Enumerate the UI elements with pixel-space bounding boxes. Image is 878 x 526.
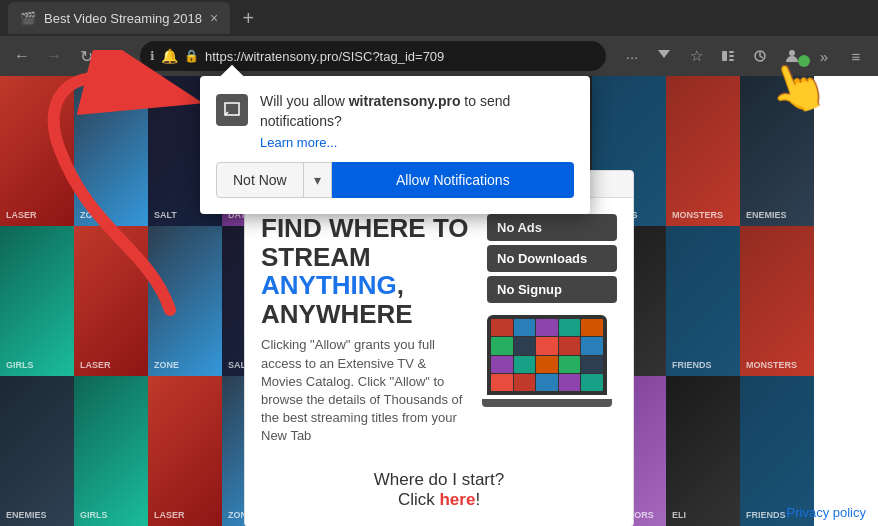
toolbar-icons: ··· ☆ » ≡ xyxy=(618,42,870,70)
popup-message: Will you allow witratensony.pro to send … xyxy=(260,92,574,150)
allow-notifications-button[interactable]: Allow Notifications xyxy=(332,162,574,198)
movie-poster: MONSTERS xyxy=(666,76,740,226)
laptop-base xyxy=(482,399,612,407)
popup-header: Will you allow witratensony.pro to send … xyxy=(216,92,574,150)
laptop-screen-cell xyxy=(491,356,513,373)
close-tab-button[interactable]: × xyxy=(210,10,218,26)
movie-poster: ENEMIES xyxy=(0,376,74,526)
laptop-screen-cell xyxy=(581,356,603,373)
tab-title: Best Video Streaming 2018 xyxy=(44,11,202,26)
svg-rect-2 xyxy=(729,55,734,57)
wm-click-here: Click here! xyxy=(261,490,617,510)
laptop-screen-cell xyxy=(491,319,513,336)
laptop-screen-cell xyxy=(536,319,558,336)
pocket-button[interactable] xyxy=(650,42,678,70)
movie-poster: FRIENDS xyxy=(740,376,814,526)
svg-rect-1 xyxy=(729,51,734,53)
wm-question: Where do I start? xyxy=(261,470,617,490)
no-downloads-badge: No Downloads xyxy=(487,245,617,272)
tab-bar: 🎬 Best Video Streaming 2018 × + xyxy=(0,0,878,36)
more-options-button[interactable]: ··· xyxy=(618,42,646,70)
dropdown-arrow-icon[interactable]: ▾ xyxy=(304,163,331,197)
laptop-graphic xyxy=(487,315,607,395)
movie-poster: GIRLS xyxy=(74,376,148,526)
laptop-screen-cell xyxy=(536,337,558,354)
website-message-body: FIND WHERE TO STREAM ANYTHING, ANYWHERE … xyxy=(245,198,633,462)
privacy-policy-link[interactable]: Privacy policy xyxy=(787,505,866,520)
popup-domain: witratensony.pro xyxy=(349,93,461,109)
laptop-screen-cell xyxy=(491,337,513,354)
learn-more-link[interactable]: Learn more... xyxy=(260,135,574,150)
not-now-button[interactable]: Not Now ▾ xyxy=(216,162,332,198)
reader-view-button[interactable] xyxy=(714,42,742,70)
svg-point-5 xyxy=(789,50,795,56)
laptop-screen-cell xyxy=(536,374,558,391)
movie-poster: MONSTERS xyxy=(740,226,814,376)
movie-poster: LASER xyxy=(148,376,222,526)
laptop-screen-cell xyxy=(559,319,581,336)
popup-text: Will you allow witratensony.pro to send … xyxy=(260,92,574,131)
wm-bottom: Where do I start? Click here! xyxy=(245,462,633,526)
laptop-screen-cell xyxy=(559,356,581,373)
laptop-screen-cell xyxy=(581,337,603,354)
laptop-screen-cell xyxy=(559,374,581,391)
wm-title-blue: ANYTHING xyxy=(261,270,397,300)
wm-description: Clicking "Allow" grants you full access … xyxy=(261,336,471,445)
laptop-screen-cell xyxy=(536,356,558,373)
wm-here-link[interactable]: here xyxy=(439,490,475,509)
url-text: https://witratensony.pro/SISC?tag_id=709 xyxy=(205,49,596,64)
laptop-screen-cell xyxy=(559,337,581,354)
popup-question-start: Will you allow xyxy=(260,93,349,109)
wm-title-line1: FIND WHERE TO STREAM xyxy=(261,213,469,272)
movie-poster: ELI xyxy=(666,376,740,526)
laptop-screen-cell xyxy=(581,374,603,391)
website-message-box: Website Message FIND WHERE TO STREAM ANY… xyxy=(244,170,634,526)
popup-chat-icon xyxy=(216,94,248,126)
laptop-screen xyxy=(487,315,607,395)
no-ads-badge: No Ads xyxy=(487,214,617,241)
movie-poster: FRIENDS xyxy=(666,226,740,376)
active-tab[interactable]: 🎬 Best Video Streaming 2018 × xyxy=(8,2,230,34)
laptop-screen-cell xyxy=(514,356,536,373)
laptop-screen-cell xyxy=(514,319,536,336)
not-now-label: Not Now xyxy=(217,163,304,197)
popup-actions: Not Now ▾ Allow Notifications xyxy=(216,162,574,198)
svg-rect-0 xyxy=(722,51,727,61)
bookmark-button[interactable]: ☆ xyxy=(682,42,710,70)
red-arrow-graphic xyxy=(10,50,210,330)
green-dot-indicator xyxy=(798,55,810,67)
laptop-screen-cell xyxy=(514,337,536,354)
laptop-screen-cell xyxy=(491,374,513,391)
wm-left-panel: FIND WHERE TO STREAM ANYTHING, ANYWHERE … xyxy=(261,214,471,446)
no-signup-badge: No Signup xyxy=(487,276,617,303)
wm-title: FIND WHERE TO STREAM ANYTHING, ANYWHERE xyxy=(261,214,471,328)
menu-button[interactable]: ≡ xyxy=(842,42,870,70)
laptop-screen-cell xyxy=(514,374,536,391)
new-tab-button[interactable]: + xyxy=(234,4,262,32)
svg-rect-3 xyxy=(729,59,734,61)
notification-popup: Will you allow witratensony.pro to send … xyxy=(200,76,590,214)
laptop-screen-cell xyxy=(581,319,603,336)
wm-right-panel: No Ads No Downloads No Signup xyxy=(487,214,617,407)
tab-icon: 🎬 xyxy=(20,11,36,26)
sync-button[interactable] xyxy=(746,42,774,70)
wm-click-text: Click xyxy=(398,490,440,509)
wm-exclaim: ! xyxy=(475,490,480,509)
